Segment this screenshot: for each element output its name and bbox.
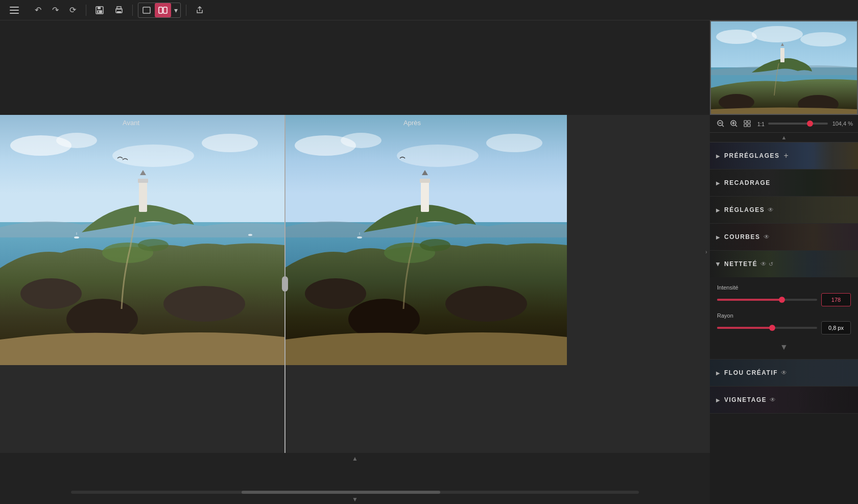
- h-scrollbar-track: [71, 491, 639, 494]
- intensite-slider-track[interactable]: [717, 299, 817, 301]
- split-divider[interactable]: [284, 115, 285, 453]
- h-scrollbar-thumb[interactable]: [242, 491, 440, 494]
- svg-point-41: [357, 236, 362, 238]
- prereglages-title: PRÉRÉGLAGES: [724, 152, 780, 159]
- section-vignetage: ▶ VIGNETAGE 👁: [710, 387, 858, 414]
- svg-point-38: [305, 278, 366, 309]
- menu-button[interactable]: [6, 2, 22, 18]
- canvas-photo-area: Avant Après: [0, 115, 710, 453]
- prereglages-add-button[interactable]: +: [784, 151, 789, 160]
- zoom-actual-button[interactable]: 1:1: [755, 118, 766, 129]
- canvas-scroll-down[interactable]: ▼: [352, 496, 358, 503]
- section-flou-creatif: ▶ FLOU CRÉATIF 👁: [710, 359, 858, 387]
- zoom-controls: 1:1 104,4 %: [710, 115, 858, 133]
- intensite-input[interactable]: [821, 293, 851, 306]
- vignetage-title: VIGNETAGE: [724, 396, 767, 403]
- nettete-eye-icon[interactable]: 👁: [760, 260, 767, 268]
- svg-rect-59: [744, 121, 747, 123]
- svg-point-26: [248, 234, 252, 236]
- svg-point-37: [420, 239, 450, 251]
- separator-1: [86, 5, 86, 16]
- svg-rect-2: [97, 10, 102, 13]
- section-courbes-header[interactable]: ▶ COURBES 👁: [710, 224, 858, 250]
- section-nettete-header[interactable]: ▶ NETTETÉ 👁 ↺: [710, 251, 858, 277]
- zoom-slider-thumb[interactable]: [807, 121, 813, 127]
- toolbar: ↶ ↷ ⟳: [0, 0, 858, 20]
- svg-point-14: [202, 134, 258, 152]
- section-prereglages-header[interactable]: ▶ PRÉRÉGLAGES +: [710, 142, 858, 169]
- flou-eye-icon[interactable]: 👁: [781, 369, 787, 376]
- vignetage-eye-icon[interactable]: 👁: [770, 396, 776, 403]
- svg-text:1:1: 1:1: [757, 122, 765, 127]
- apres-label: Après: [403, 119, 421, 127]
- chevron-down-icon: ▼: [780, 343, 788, 352]
- zoom-out-button[interactable]: [715, 118, 726, 129]
- svg-point-30: [397, 145, 479, 167]
- svg-point-45: [752, 26, 803, 42]
- section-reglages-header[interactable]: ▶ RÉGLAGES 👁: [710, 197, 858, 223]
- undo-button[interactable]: ↶: [30, 2, 46, 18]
- svg-rect-61: [744, 124, 747, 127]
- canvas-bottom-dark: ▲ ▼: [0, 453, 710, 504]
- nettete-expand-more[interactable]: ▼: [717, 341, 851, 354]
- save-button[interactable]: [91, 2, 108, 18]
- chevron-up-icon: ▲: [781, 134, 787, 140]
- zoom-slider[interactable]: [768, 123, 828, 125]
- section-courbes: ▶ COURBES 👁: [710, 224, 858, 251]
- nettete-arrow-icon: ▶: [716, 262, 721, 266]
- recadrage-arrow-icon: ▶: [716, 180, 720, 186]
- view-single-button[interactable]: [138, 3, 155, 17]
- svg-rect-5: [117, 7, 121, 9]
- svg-point-46: [800, 32, 846, 46]
- svg-point-13: [112, 145, 194, 167]
- svg-rect-6: [117, 11, 121, 13]
- photo-before: [0, 115, 284, 453]
- svg-rect-34: [420, 179, 430, 183]
- rayon-label: Rayon: [717, 313, 851, 319]
- svg-point-31: [486, 134, 542, 152]
- svg-rect-60: [748, 121, 750, 123]
- courbes-title: COURBES: [724, 233, 760, 241]
- nettete-title: NETTETÉ: [724, 260, 757, 268]
- zoom-in-button[interactable]: [728, 118, 740, 129]
- section-nettete: ▶ NETTETÉ 👁 ↺ Intensité: [710, 251, 858, 359]
- rayon-input[interactable]: [821, 321, 851, 334]
- flou-arrow-icon: ▶: [716, 370, 720, 376]
- nettete-reset-icon[interactable]: ↺: [769, 261, 773, 268]
- svg-point-39: [445, 286, 527, 322]
- redo-forward-button[interactable]: ⟳: [64, 2, 81, 18]
- rayon-slider-track[interactable]: [717, 327, 817, 329]
- recadrage-title: RECADRAGE: [724, 179, 771, 186]
- panel-scroll-up[interactable]: ▲: [710, 133, 858, 142]
- canvas-scroll-up[interactable]: ▲: [350, 453, 360, 464]
- svg-rect-8: [159, 7, 162, 13]
- svg-point-24: [74, 236, 79, 238]
- intensite-slider-knob[interactable]: [779, 297, 785, 303]
- zoom-fit-button[interactable]: [742, 118, 753, 129]
- panel-collapse-button[interactable]: ›: [703, 239, 710, 265]
- svg-point-44: [716, 30, 757, 44]
- view-split-button[interactable]: [155, 3, 171, 17]
- svg-rect-16: [139, 181, 147, 212]
- courbes-arrow-icon: ▶: [716, 234, 720, 240]
- vignetage-arrow-icon: ▶: [716, 397, 720, 403]
- view-dropdown-button[interactable]: ▾: [171, 3, 180, 17]
- redo-button[interactable]: ↷: [47, 2, 63, 18]
- section-vignetage-header[interactable]: ▶ VIGNETAGE 👁: [710, 387, 858, 413]
- svg-rect-48: [780, 48, 784, 62]
- prereglages-arrow-icon: ▶: [716, 153, 720, 159]
- toolbar-history-group: ↶ ↷ ⟳: [30, 2, 81, 18]
- reglages-eye-icon[interactable]: 👁: [768, 206, 774, 213]
- export-button[interactable]: [192, 2, 208, 18]
- rayon-slider-knob[interactable]: [769, 325, 775, 331]
- section-flou-header[interactable]: ▶ FLOU CRÉATIF 👁: [710, 359, 858, 386]
- section-recadrage-header[interactable]: ▶ RECADRAGE: [710, 170, 858, 196]
- svg-point-50: [719, 94, 754, 110]
- main-area: Avant Après: [0, 20, 858, 504]
- courbes-eye-icon[interactable]: 👁: [764, 233, 770, 241]
- rayon-row: Rayon: [717, 313, 851, 334]
- svg-point-22: [163, 286, 245, 322]
- print-button[interactable]: [111, 2, 127, 18]
- separator-2: [132, 5, 133, 16]
- svg-rect-62: [748, 124, 750, 127]
